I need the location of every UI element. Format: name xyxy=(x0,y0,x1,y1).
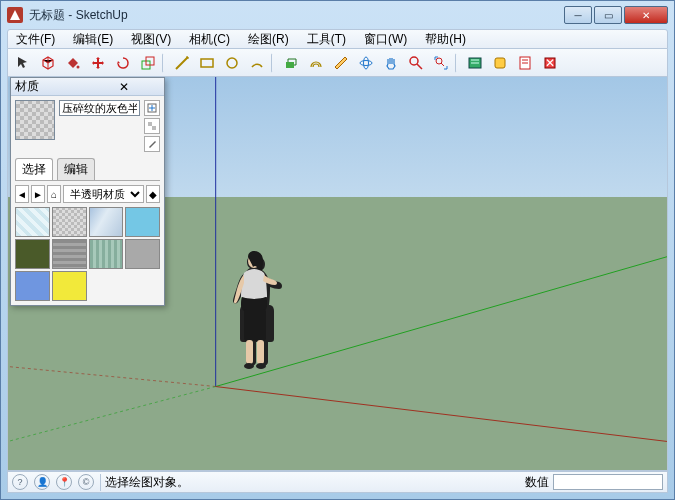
library-select[interactable]: 半透明材质 xyxy=(63,185,144,203)
svg-rect-5 xyxy=(286,62,294,68)
material-swatch[interactable] xyxy=(125,239,160,269)
swatch-grid xyxy=(15,207,160,301)
menu-tools[interactable]: 工具(T) xyxy=(303,30,350,49)
materials-panel-titlebar[interactable]: 材质 ✕ xyxy=(11,78,164,96)
svg-point-24 xyxy=(244,363,254,369)
materials-panel[interactable]: 材质 ✕ 选择 编辑 xyxy=(10,77,165,306)
statusbar: ? 👤 📍 © 选择绘图对象。 数值 xyxy=(7,471,668,493)
material-swatch[interactable] xyxy=(52,271,87,301)
svg-rect-28 xyxy=(152,126,156,130)
materials-panel-body: 选择 编辑 ◄ ► ⌂ 半透明材质 ◆ xyxy=(11,96,164,305)
forward-icon[interactable]: ► xyxy=(31,185,45,203)
library-menu-icon[interactable]: ◆ xyxy=(146,185,160,203)
material-swatch[interactable] xyxy=(52,207,87,237)
measurement-label: 数值 xyxy=(525,474,549,491)
offset-tool-icon[interactable] xyxy=(305,52,327,74)
extensions-icon[interactable] xyxy=(489,52,511,74)
default-material-icon[interactable] xyxy=(144,118,160,134)
line-tool-icon[interactable] xyxy=(171,52,193,74)
home-icon[interactable]: ⌂ xyxy=(47,185,61,203)
menu-help[interactable]: 帮助(H) xyxy=(421,30,470,49)
select-tool-icon[interactable] xyxy=(12,52,34,74)
app-window: 无标题 - SketchUp ─ ▭ ✕ 文件(F) 编辑(E) 视图(V) 相… xyxy=(0,0,675,500)
material-swatch[interactable] xyxy=(89,239,124,269)
app-icon xyxy=(7,7,23,23)
scale-figure xyxy=(226,247,296,407)
rectangle-tool-icon[interactable] xyxy=(196,52,218,74)
current-material-preview[interactable] xyxy=(15,100,55,140)
pan-tool-icon[interactable] xyxy=(380,52,402,74)
measurement-input[interactable] xyxy=(553,474,663,490)
arc-tool-icon[interactable] xyxy=(246,52,268,74)
svg-point-8 xyxy=(410,57,418,65)
circle-tool-icon[interactable] xyxy=(221,52,243,74)
menubar: 文件(F) 编辑(E) 视图(V) 相机(C) 绘图(R) 工具(T) 窗口(W… xyxy=(7,29,668,49)
scale-tool-icon[interactable] xyxy=(137,52,159,74)
tab-edit[interactable]: 编辑 xyxy=(57,158,95,180)
svg-line-18 xyxy=(8,367,216,387)
maximize-button[interactable]: ▭ xyxy=(594,6,622,24)
svg-text:✕: ✕ xyxy=(545,56,555,70)
materials-panel-title: 材质 xyxy=(15,78,88,95)
sample-paint-icon[interactable] xyxy=(144,136,160,152)
toolbar-separator xyxy=(455,53,461,73)
window-controls: ─ ▭ ✕ xyxy=(562,6,668,24)
zoom-extents-icon[interactable] xyxy=(430,52,452,74)
paint-bucket-icon[interactable] xyxy=(62,52,84,74)
svg-point-4 xyxy=(227,58,237,68)
close-button[interactable]: ✕ xyxy=(624,6,668,24)
tape-tool-icon[interactable] xyxy=(330,52,352,74)
svg-point-0 xyxy=(77,65,80,68)
svg-rect-22 xyxy=(246,340,253,364)
material-swatch[interactable] xyxy=(15,207,50,237)
toolbar-separator xyxy=(162,53,168,73)
rotate-tool-icon[interactable] xyxy=(112,52,134,74)
svg-rect-23 xyxy=(257,340,264,364)
material-swatch[interactable] xyxy=(52,239,87,269)
orbit-tool-icon[interactable] xyxy=(355,52,377,74)
svg-point-6 xyxy=(360,60,372,65)
svg-line-19 xyxy=(8,387,216,442)
material-swatch[interactable] xyxy=(15,271,50,301)
svg-rect-3 xyxy=(201,59,213,67)
materials-panel-close-icon[interactable]: ✕ xyxy=(88,80,161,94)
menu-file[interactable]: 文件(F) xyxy=(12,30,59,49)
status-info-icon[interactable]: ? xyxy=(12,474,28,490)
back-icon[interactable]: ◄ xyxy=(15,185,29,203)
menu-draw[interactable]: 绘图(R) xyxy=(244,30,293,49)
status-credit-icon[interactable]: © xyxy=(78,474,94,490)
material-swatch[interactable] xyxy=(89,207,124,237)
svg-rect-27 xyxy=(148,122,152,126)
svg-point-25 xyxy=(256,363,266,369)
minimize-button[interactable]: ─ xyxy=(564,6,592,24)
menu-window[interactable]: 窗口(W) xyxy=(360,30,411,49)
material-name-input[interactable] xyxy=(59,100,140,116)
help-icon[interactable]: ✕ xyxy=(539,52,561,74)
status-message: 选择绘图对象。 xyxy=(100,474,519,491)
make-component-icon[interactable] xyxy=(37,52,59,74)
zoom-tool-icon[interactable] xyxy=(405,52,427,74)
menu-view[interactable]: 视图(V) xyxy=(127,30,175,49)
tab-select[interactable]: 选择 xyxy=(15,158,53,180)
svg-rect-11 xyxy=(495,58,505,68)
material-swatch[interactable] xyxy=(15,239,50,269)
toolbar: ✕ xyxy=(7,49,668,77)
status-geo-icon[interactable]: 📍 xyxy=(56,474,72,490)
create-material-icon[interactable] xyxy=(144,100,160,116)
client-area: 材质 ✕ 选择 编辑 xyxy=(7,77,668,471)
pushpull-tool-icon[interactable] xyxy=(280,52,302,74)
warehouse-icon[interactable] xyxy=(464,52,486,74)
window-title: 无标题 - SketchUp xyxy=(29,7,562,24)
svg-point-7 xyxy=(364,57,369,69)
svg-rect-21 xyxy=(244,309,266,341)
menu-camera[interactable]: 相机(C) xyxy=(185,30,234,49)
toolbar-separator xyxy=(271,53,277,73)
menu-edit[interactable]: 编辑(E) xyxy=(69,30,117,49)
status-user-icon[interactable]: 👤 xyxy=(34,474,50,490)
move-tool-icon[interactable] xyxy=(87,52,109,74)
material-swatch[interactable] xyxy=(125,207,160,237)
titlebar: 无标题 - SketchUp ─ ▭ ✕ xyxy=(1,1,674,29)
layout-icon[interactable] xyxy=(514,52,536,74)
